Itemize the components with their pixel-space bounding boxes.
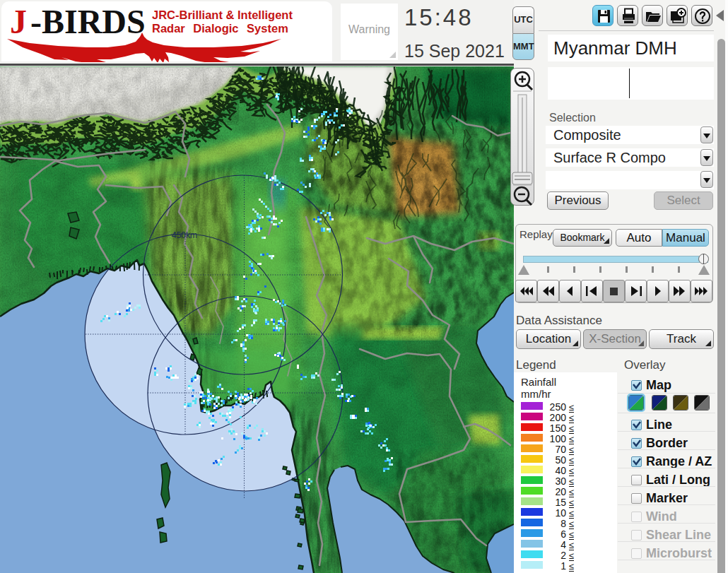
svg-text:-BIRDS: -BIRDS <box>30 3 146 40</box>
svg-text:J: J <box>10 3 27 40</box>
svg-text:450km: 450km <box>172 230 197 240</box>
svg-text:JRC-Brilliant & Intelligent: JRC-Brilliant & Intelligent <box>152 8 293 21</box>
svg-text:Radar Dialogic System: Radar Dialogic System <box>152 22 288 35</box>
